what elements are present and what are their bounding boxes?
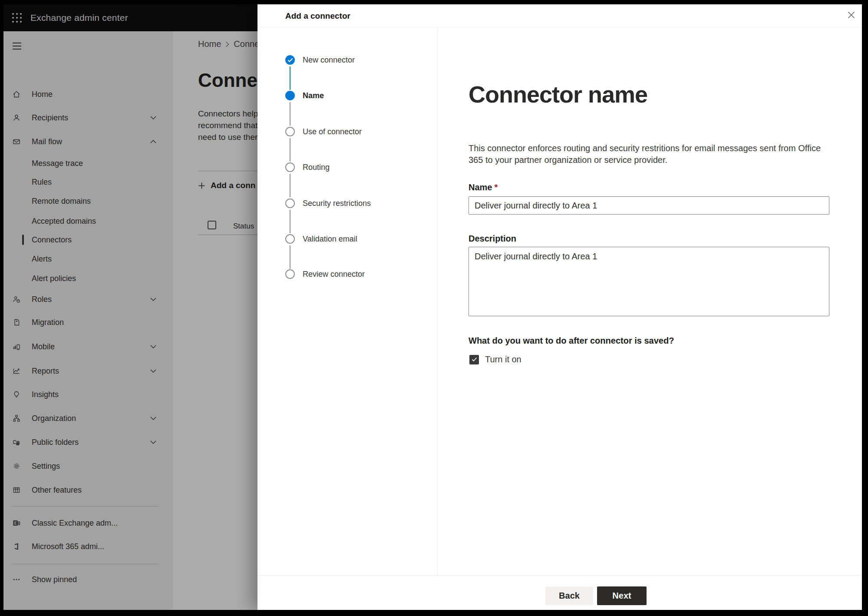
screenshot-frame: Exchange admin center Home Recipients Ma… — [0, 0, 868, 616]
step-label: Name — [303, 91, 324, 100]
step-routing[interactable]: Routing — [257, 162, 437, 172]
step-circle — [285, 162, 295, 172]
step-label: Validation email — [303, 234, 357, 244]
step-completed-check-icon — [285, 55, 295, 65]
step-review-connector[interactable]: Review connector — [257, 269, 437, 279]
close-icon[interactable] — [843, 7, 859, 23]
step-circle — [285, 234, 295, 244]
after-save-question: What do you want to do after connector i… — [469, 336, 674, 346]
step-connector-line — [290, 245, 290, 269]
turn-it-on-checkbox-row[interactable]: Turn it on — [469, 354, 521, 364]
checkbox-checked-icon — [469, 355, 479, 364]
step-circle — [285, 199, 295, 208]
name-label-text: Name — [469, 182, 492, 192]
step-label: Security restrictions — [303, 199, 371, 208]
step-label: New connector — [303, 55, 355, 65]
step-label: Review connector — [303, 269, 365, 279]
turn-it-on-label: Turn it on — [485, 354, 521, 364]
back-button[interactable]: Back — [545, 586, 593, 605]
wizard-page-heading: Connector name — [469, 81, 647, 108]
dialog-footer: Back Next — [257, 575, 862, 610]
step-circle — [285, 127, 295, 136]
name-input[interactable] — [469, 196, 829, 215]
next-button[interactable]: Next — [597, 586, 647, 605]
dialog-title: Add a connector — [285, 11, 350, 21]
wizard-page-description: This connector enforces routing and secu… — [469, 142, 835, 166]
step-current-circle — [285, 91, 295, 100]
step-connector-line — [290, 102, 290, 126]
step-new-connector[interactable]: New connector — [257, 55, 437, 65]
name-field-label: Name* — [469, 182, 498, 192]
required-marker: * — [494, 182, 498, 192]
step-connector-line — [290, 66, 290, 90]
add-connector-dialog: Add a connector New connector Name Use o… — [257, 4, 862, 610]
app-window: Exchange admin center Home Recipients Ma… — [3, 4, 862, 610]
steps-content-divider — [437, 28, 438, 575]
step-connector-line — [290, 174, 290, 197]
dialog-header: Add a connector — [257, 4, 862, 28]
step-name[interactable]: Name — [257, 91, 437, 100]
step-label: Routing — [303, 162, 330, 172]
step-connector-line — [290, 210, 290, 233]
description-textarea[interactable]: Deliver journal directly to Area 1 — [469, 247, 829, 316]
step-connector-line — [290, 138, 290, 162]
step-label: Use of connector — [303, 127, 362, 136]
step-circle — [285, 269, 295, 279]
step-use-of-connector[interactable]: Use of connector — [257, 127, 437, 136]
step-validation-email[interactable]: Validation email — [257, 234, 437, 244]
description-field-label: Description — [469, 234, 516, 244]
step-security-restrictions[interactable]: Security restrictions — [257, 199, 437, 208]
